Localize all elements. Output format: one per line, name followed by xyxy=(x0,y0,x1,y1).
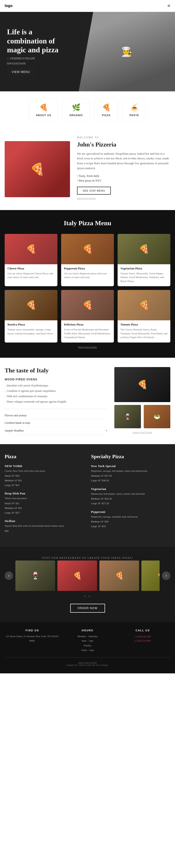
hero-img-credit[interactable]: Image from Freepik xyxy=(7,62,68,64)
footer-img-credit[interactable]: Image from Freepik xyxy=(5,661,170,664)
pizza-menu-section: Italy Pizza Menu 🍕 Cheese Pizza Get our … xyxy=(0,210,175,358)
taste-large-image: 🍕 xyxy=(114,367,170,402)
pizza-menu-img-credit[interactable]: Image from Freepik xyxy=(5,346,170,348)
carousel-wrapper: ‹ 🍷 🍕 🍕 🍕 › xyxy=(5,560,170,591)
taste-wood-fired-label: Wood-fired ovens xyxy=(5,378,107,381)
taste-right: 🍕 🍷 🥗 Images from Freepik xyxy=(114,367,170,435)
navbar: logo ≡ xyxy=(0,0,175,12)
price-sp-line-1a: Medium 14" $27.50 xyxy=(91,474,170,478)
carousel-section: visit our restaurant to create your idea… xyxy=(0,547,175,622)
price-sp-line-3b: Large 16" $32 xyxy=(91,524,170,529)
pizza-icon: 🍕 xyxy=(102,103,111,112)
pizza-card-4[interactable]: 🍕 Rustica Pizza Tomato sauce, mozzarella… xyxy=(5,290,58,343)
price-col-1: Pizza NEW YORK Classic New York style th… xyxy=(5,454,84,538)
taste-bullet-4: Diam volutpat commodo sed egestas egesta… xyxy=(5,399,107,404)
welcome-pre-title: WELCOME TO xyxy=(77,135,170,140)
taste-flavor-label: Flavors and aromas xyxy=(5,414,27,417)
price-desc-2: Thick crust pan pizza xyxy=(5,496,84,500)
welcome-text: WELCOME TO John's Pizzeria We are specia… xyxy=(77,135,170,203)
price-sp-desc-1: Pepperoni, sausage, bell pepper, onion a… xyxy=(91,469,170,473)
pizza-desc-1: Get our classic Pepperoni Cheese Pizza w… xyxy=(7,272,55,279)
taste-certified-field[interactable]: Certified Made in Italy xyxy=(5,420,107,427)
price-desc-3: Square deep dish with our housemade onio… xyxy=(5,524,84,528)
see-menu-button[interactable]: SEE OUR MENU xyxy=(77,187,111,195)
price-item-nyspecial: New York Special Pepperoni, sausage, bel… xyxy=(91,464,170,483)
price-sp-values-3: Medium 14" $29 Large 16" $32 xyxy=(91,519,170,529)
hours-sunday: Sunday xyxy=(60,643,115,648)
pizza-name-1: Cheese Pizza xyxy=(7,267,55,270)
taste-left: The taste of Italy Wood-fired ovens Inte… xyxy=(5,367,107,435)
chef-placeholder: 👨‍🍳 xyxy=(79,12,175,91)
pizza-label: PIZZA xyxy=(102,114,111,117)
chevron-down-icon: ▾ xyxy=(106,429,107,433)
price-sp-desc-2: Mushroom, bell pepper, onion, tomato and… xyxy=(91,492,170,496)
phone-2[interactable]: 2 (345) 315-891 xyxy=(134,639,151,642)
pizza-menu-title: Italy Pizza Menu xyxy=(5,219,170,227)
icon-card-organic[interactable]: 🌿 ORGANIC xyxy=(63,98,90,122)
price-line-3a: $26 xyxy=(5,529,84,533)
price-sp-values-1: Medium 14" $27.50 Large 16" $36.50 xyxy=(91,474,170,483)
price-line-2b: Medium 14" $21 xyxy=(5,506,84,510)
call-us-title: CALL US xyxy=(115,629,170,632)
pizza-card-body-5: Delicious Pizza A mix of Porcini Mushroo… xyxy=(61,320,114,343)
taste-small-image-2: 🥗 xyxy=(144,405,170,428)
price-values-1: Small 10" $19 Medium 14" $21 Large 16" $… xyxy=(5,474,84,487)
price-values-2: Small 10" $21 Medium 14" $21 Large 16" $… xyxy=(5,501,84,515)
phone-1[interactable]: 1 (246) 342-401 xyxy=(134,635,151,638)
price-col2-title: Specialty Pizza xyxy=(91,454,170,460)
pizza-card-3[interactable]: 🍕 Vegetarian Pizza Tomato Sauce, Mozzare… xyxy=(117,234,170,286)
welcome-pizza-image: 🍕 xyxy=(5,141,70,197)
organic-icon: 🌿 xyxy=(72,103,80,112)
footer: FIND US 121 Rock Street, 21 Avenue, New … xyxy=(0,622,175,673)
pizza-card-2[interactable]: 🍕 Pepperoni Pizza Get our classic Pepper… xyxy=(61,234,114,286)
order-btn-wrap: ORDER NOW xyxy=(5,604,170,613)
pizza-desc-6: The Classic Marinara Sauce, Roma Tomatoe… xyxy=(120,328,168,339)
price-line-1b: Medium 14" $21 xyxy=(5,478,84,483)
taste-section: The taste of Italy Wood-fired ovens Inte… xyxy=(0,358,175,444)
icon-card-pasta[interactable]: 🍝 PASTA xyxy=(123,98,146,122)
pizza-name-2: Pepperoni Pizza xyxy=(64,267,111,270)
pizza-name-3: Vegetarian Pizza xyxy=(120,267,168,270)
taste-sample-field[interactable]: Sample Headline ▾ xyxy=(5,427,107,435)
carousel-subtitle: visit our restaurant to create your idea… xyxy=(5,556,170,559)
hamburger-icon[interactable]: ≡ xyxy=(168,3,170,9)
pizza-image-3: 🍕 xyxy=(117,234,170,264)
pizza-card-6[interactable]: 🍕 Tomato Pizza The Classic Marinara Sauc… xyxy=(117,290,170,343)
welcome-img-credit[interactable]: Image from Freepik xyxy=(77,196,170,200)
view-menu-button[interactable]: VIEW MENU xyxy=(7,68,35,76)
price-item-pepperoni: Pepperoni Pepperoni, sausage, meatball, … xyxy=(91,510,170,529)
pizza-grid: 🍕 Cheese Pizza Get our classic Pepperoni… xyxy=(5,234,170,343)
hero-chef-image: 👨‍🍳 xyxy=(79,12,175,91)
price-line-1a: Small 10" $19 xyxy=(5,474,84,478)
organic-label: ORGANIC xyxy=(69,114,83,117)
pizza-desc-2: Get our classic Pepperoni pizza with you… xyxy=(64,272,111,279)
price-sp-name-1: New York Special xyxy=(91,464,170,468)
pizza-desc-3: Tomato Sauce, Mozzarella, Green Pepper, … xyxy=(120,272,168,283)
price-sp-line-1b: Large 16" $36.50 xyxy=(91,478,170,483)
find-us-address: 121 Rock Street, 21 Avenue, New York, NY… xyxy=(5,634,60,644)
price-sp-values-2: Medium 14" $24.50 Large 16" $27.20 xyxy=(91,496,170,506)
taste-img-credit[interactable]: Images from Freepik xyxy=(114,431,170,434)
welcome-title: John's Pizzeria xyxy=(77,141,170,148)
pizza-card-1[interactable]: 🍕 Cheese Pizza Get our classic Pepperoni… xyxy=(5,234,58,286)
hours-weekday-hours: 9am – 7pm xyxy=(60,639,115,643)
pizza-desc-4: Tomato sauce, mozzarella, sausage, crisp… xyxy=(7,328,55,335)
taste-bullet-3: Nibh nisl condimentum id venenatis. xyxy=(5,394,107,399)
carousel-next-button[interactable]: › xyxy=(162,571,170,580)
price-line-1c: Large 16" $23 xyxy=(5,483,84,488)
price-line-2c: Large 16" $23 xyxy=(5,510,84,515)
welcome-body: We are specialized in authentic Neapolit… xyxy=(77,151,170,171)
pizza-card-5[interactable]: 🍕 Delicious Pizza A mix of Porcini Mushr… xyxy=(61,290,114,343)
pizza-image-1: 🍕 xyxy=(5,234,58,264)
icon-card-pizza[interactable]: 🍕 PIZZA xyxy=(95,98,118,122)
pizza-card-body-1: Cheese Pizza Get our classic Pepperoni C… xyxy=(5,264,58,282)
pizza-card-body-6: Tomato Pizza The Classic Marinara Sauce,… xyxy=(117,320,170,343)
order-now-button[interactable]: ORDER NOW xyxy=(70,604,105,613)
carousel-prev-button[interactable]: ‹ xyxy=(5,571,13,580)
carousel-image-2: 🍕 xyxy=(58,560,97,591)
about-us-label: ABOUT US xyxy=(36,114,51,117)
price-sp-name-3: Pepperoni xyxy=(91,510,170,514)
taste-title: The taste of Italy xyxy=(5,367,107,374)
icon-card-about-us[interactable]: 🍕 ABOUT US xyxy=(29,98,58,122)
taste-flavor-field[interactable]: Flavors and aromas xyxy=(5,412,107,420)
